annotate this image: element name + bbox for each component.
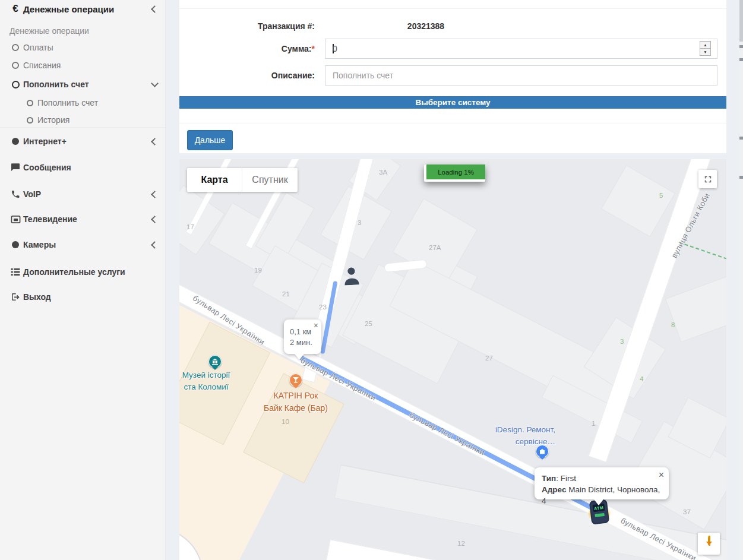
chevron-down-icon	[151, 80, 159, 87]
sidebar-subitem-history[interactable]: История	[0, 111, 165, 129]
sidebar-item-messages[interactable]: Сообщения	[0, 159, 165, 176]
building-number: 4	[640, 375, 643, 382]
sidebar-item-label: История	[37, 115, 69, 125]
spinner-down-icon[interactable]: ▼	[700, 49, 710, 55]
description-label: Описание:	[179, 71, 322, 80]
museum-label[interactable]: Музей історії ста Коломиї	[179, 369, 254, 393]
info-type-row: Тип: First	[542, 473, 662, 484]
description-row: Описание:	[179, 65, 726, 86]
chevron-left-icon	[151, 216, 159, 223]
tv-icon	[8, 214, 23, 224]
building-number: 3A	[379, 169, 387, 176]
close-icon[interactable]: ×	[659, 470, 664, 480]
app-window: € Денежные операции Денежные операции Оп…	[0, 0, 743, 560]
fullscreen-button[interactable]	[698, 170, 717, 188]
sidebar-item-internet[interactable]: Интернет+	[0, 132, 165, 150]
building-number: 3	[358, 219, 361, 226]
sidebar-item-writeoffs[interactable]: Списания	[0, 56, 165, 74]
building-number: 17	[186, 223, 194, 230]
person-marker[interactable]	[343, 267, 361, 287]
route-tooltip: × 0,1 км 2 мин.	[284, 319, 321, 354]
map-type-satellite-button[interactable]: Спутник	[242, 168, 298, 192]
sidebar-item-label: Выход	[23, 292, 51, 302]
sidebar-item-cameras[interactable]: Камеры	[0, 236, 165, 254]
building-number: 37	[683, 508, 691, 515]
sidebar-item-label: Камеры	[23, 240, 56, 249]
sidebar-item-label: VoIP	[23, 189, 41, 199]
map[interactable]: 3A 17 19 21 23 25 3 27A 27 5 8 3 4 1 37 …	[179, 159, 726, 560]
sidebar-item-extra-services[interactable]: Дополнительные услуги	[0, 263, 165, 281]
topup-form-panel: Пополнить счет Транзакция #: 20321388 Су…	[179, 0, 726, 153]
sidebar-divider	[0, 127, 165, 128]
page-title: Пополнить счет	[179, 0, 726, 3]
map-type-map-button[interactable]: Карта	[187, 168, 242, 192]
euro-icon: €	[8, 3, 23, 15]
building-number: 27	[485, 355, 493, 362]
loading-indicator: Loading 1%	[424, 164, 485, 182]
sidebar-item-label: Телевидение	[23, 214, 77, 224]
sidebar: € Денежные операции Денежные операции Оп…	[0, 0, 166, 560]
spinner-up-icon[interactable]: ▲	[700, 42, 710, 49]
chevron-left-icon	[151, 241, 159, 249]
sidebar-item-money-operations-header[interactable]: € Денежные операции	[0, 0, 165, 18]
required-asterisk: *	[312, 44, 315, 53]
building-number: 19	[254, 267, 262, 274]
sidebar-item-label: Пополнить счет	[23, 80, 89, 89]
scrollbar-thumb[interactable]	[739, 0, 743, 42]
loading-label: Loading 1%	[426, 164, 485, 179]
logout-icon	[8, 292, 23, 302]
divider	[179, 8, 726, 9]
circle-icon	[8, 62, 23, 69]
sidebar-item-label: Оплаты	[23, 43, 53, 52]
idesign-pin[interactable]	[536, 445, 549, 463]
building-number: 3	[620, 338, 624, 345]
building-number: 1	[592, 420, 595, 427]
building-number: 27A	[429, 244, 441, 251]
sidebar-item-tv[interactable]: Телевидение	[0, 210, 165, 228]
number-spinner[interactable]: ▲ ▼	[700, 41, 711, 56]
building-number: 21	[282, 290, 290, 298]
circle-icon	[8, 81, 23, 88]
cafe-pin[interactable]	[289, 374, 302, 391]
building-number: 23	[319, 303, 327, 311]
sidebar-item-payments[interactable]: Оплаты	[0, 39, 165, 56]
pegman-button[interactable]	[698, 533, 720, 555]
sidebar-subitem-topup[interactable]: Пополнить счет	[0, 94, 165, 112]
fullscreen-icon	[703, 174, 713, 185]
building-number: 25	[365, 320, 372, 327]
chat-icon	[8, 163, 23, 172]
cafe-label[interactable]: КАТРІН Рок Байк Кафе (Бар)	[248, 390, 343, 415]
list-icon	[8, 267, 23, 277]
phone-icon	[8, 189, 23, 199]
sidebar-item-topup[interactable]: Пополнить счет	[0, 75, 165, 93]
chevron-left-icon	[151, 191, 159, 198]
sidebar-section-label: Денежные операции	[10, 26, 89, 36]
sidebar-item-label: Сообщения	[23, 163, 71, 172]
sidebar-item-voip[interactable]: VoIP	[0, 185, 165, 203]
amount-label: Сумма:*	[179, 44, 322, 53]
building-number: 12	[457, 540, 465, 547]
sidebar-item-logout[interactable]: Выход	[0, 288, 165, 306]
circle-filled-icon	[8, 241, 23, 248]
building-number: 10	[282, 418, 289, 425]
circle-icon	[23, 100, 37, 106]
sidebar-item-label: Дополнительные услуги	[23, 267, 125, 277]
page-scrollbar[interactable]	[739, 0, 743, 560]
map-building	[665, 277, 726, 343]
map-path-dashed	[679, 242, 726, 260]
circle-filled-icon	[8, 138, 23, 145]
chevron-left-icon	[151, 5, 159, 13]
circle-icon	[23, 117, 37, 124]
amount-input[interactable]: 0 ▲ ▼	[325, 39, 717, 59]
amount-row: Сумма:* 0 ▲ ▼	[179, 39, 726, 59]
atm-info-window: × Тип: First Адрес Main District, Чорнов…	[535, 467, 669, 499]
map-type-control: Карта Спутник	[187, 168, 298, 192]
description-input[interactable]	[325, 65, 717, 86]
tooltip-pointer	[295, 354, 304, 365]
pegman-icon	[703, 536, 715, 552]
sidebar-item-label: Списания	[23, 61, 61, 70]
next-button[interactable]: Дальше	[187, 130, 233, 150]
close-icon[interactable]: ×	[314, 321, 318, 330]
route-duration: 2 мин.	[290, 337, 321, 348]
idesign-label[interactable]: iDesign. Ремонт, сервісне…	[437, 424, 555, 448]
